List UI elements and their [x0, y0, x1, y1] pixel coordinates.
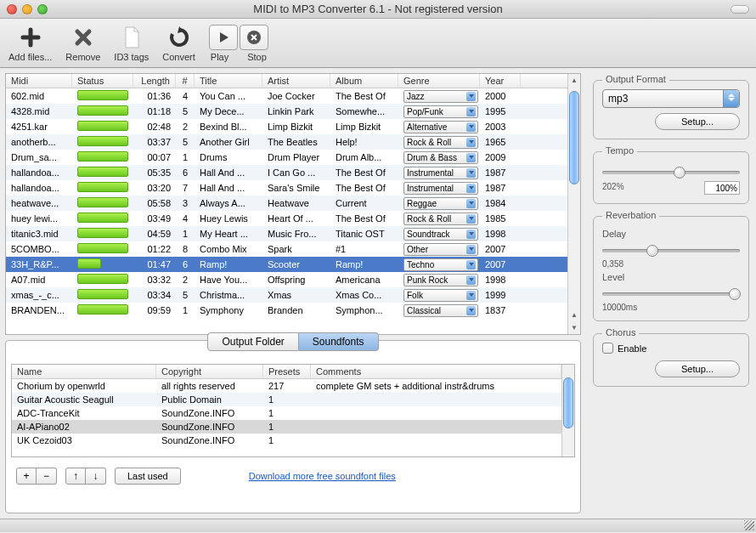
- vertical-scrollbar[interactable]: ▲ ▲ ▼: [567, 74, 580, 334]
- delay-slider[interactable]: [602, 244, 740, 258]
- tab-soundfonts[interactable]: Soundfonts: [299, 332, 379, 351]
- genre-select[interactable]: Rock & Roll: [403, 213, 478, 225]
- resize-handle[interactable]: [744, 520, 754, 530]
- tab-output-folder[interactable]: Output Folder: [207, 332, 298, 351]
- table-row[interactable]: xmas_-_c...03:345Christma...XmasXmas Co.…: [6, 287, 567, 303]
- stop-button[interactable]: [240, 25, 268, 50]
- sf-col-comments[interactable]: Comments: [311, 365, 561, 378]
- genre-select[interactable]: Folk: [403, 289, 478, 302]
- toolbar: Add files... Remove ID3 tags Convert Pla…: [0, 19, 756, 68]
- table-row[interactable]: hallandoa...05:356Hall And ...I Can Go .…: [6, 165, 567, 180]
- remove-button[interactable]: Remove: [65, 25, 100, 62]
- col-midi[interactable]: Midi: [6, 74, 72, 88]
- col-num[interactable]: #: [176, 74, 195, 88]
- sf-col-copyright[interactable]: Copyright: [156, 365, 263, 378]
- col-artist[interactable]: Artist: [262, 74, 330, 88]
- titlebar: MIDI to MP3 Converter 6.1 - Not register…: [0, 0, 756, 19]
- output-setup-button[interactable]: Setup...: [655, 113, 740, 130]
- play-button[interactable]: [209, 25, 238, 50]
- genre-select[interactable]: Classical: [403, 304, 478, 317]
- table-row[interactable]: anotherb...03:375Another GirlThe Beatles…: [6, 134, 567, 150]
- genre-select[interactable]: Techno: [403, 258, 478, 271]
- scroll-thumb[interactable]: [563, 377, 573, 428]
- sf-col-presets[interactable]: Presets: [263, 365, 311, 378]
- play-stop-group: PlayStop: [209, 25, 268, 62]
- genre-select[interactable]: Drum & Bass: [403, 151, 478, 164]
- scroll-thumb[interactable]: [569, 91, 579, 184]
- close-button[interactable]: [7, 4, 17, 14]
- genre-select[interactable]: Alternative: [403, 121, 478, 133]
- table-row[interactable]: 602.mid01:364You Can ...Joe CockerThe Be…: [6, 88, 567, 104]
- output-format-label: Output Format: [602, 74, 669, 84]
- soundfont-row[interactable]: Guitar Acoustic SeagullPublic Domain1: [12, 393, 561, 406]
- output-format-select[interactable]: mp3: [602, 89, 740, 108]
- sf-add-button[interactable]: +: [16, 468, 37, 485]
- soundfonts-body[interactable]: Chorium by openwrldall rights reserved21…: [12, 379, 561, 447]
- genre-select[interactable]: Pop/Funk: [403, 105, 478, 118]
- soundfont-row[interactable]: Chorium by openwrldall rights reserved21…: [12, 379, 561, 393]
- table-row[interactable]: huey lewi...03:494Huey LewisHeart Of ...…: [6, 211, 567, 226]
- last-used-button[interactable]: Last used: [115, 468, 181, 485]
- scroll-up2-icon[interactable]: ▲: [568, 309, 580, 321]
- genre-select[interactable]: Instrumental: [403, 167, 478, 179]
- level-slider[interactable]: [602, 287, 740, 301]
- soundfont-row[interactable]: ADC-TranceKitSoundZone.INFO1: [12, 406, 561, 420]
- col-year[interactable]: Year: [480, 74, 521, 88]
- table-row[interactable]: A07.mid03:322Have You...OffspringAmerica…: [6, 272, 567, 287]
- toolbar-toggle-button[interactable]: [731, 5, 749, 14]
- sf-scrollbar[interactable]: [561, 365, 574, 456]
- genre-select[interactable]: Rock & Roll: [403, 136, 478, 149]
- tempo-value: 202%: [602, 182, 624, 191]
- sf-col-name[interactable]: Name: [12, 365, 156, 378]
- tempo-slider[interactable]: [602, 166, 740, 179]
- document-icon: [119, 25, 144, 50]
- add-files-button[interactable]: Add files...: [8, 25, 52, 62]
- soundfont-row[interactable]: AI-APiano02SoundZone.INFO1: [12, 420, 561, 434]
- x-icon: [71, 25, 96, 50]
- genre-select[interactable]: Soundtrack: [403, 228, 478, 241]
- tempo-group: Tempo 202%: [593, 151, 749, 204]
- table-row[interactable]: 5COMBO...01:228Combo MixSpark#1Other2007: [6, 241, 567, 257]
- chorus-enable-checkbox[interactable]: Enable: [602, 343, 740, 354]
- soundfont-row[interactable]: UK Cezoid03SoundZone.INFO1: [12, 434, 561, 447]
- table-row[interactable]: BRANDEN...09:591SymphonyBrandenSymphon..…: [6, 303, 567, 318]
- zoom-button[interactable]: [37, 4, 48, 14]
- sf-move-down-button[interactable]: ↓: [86, 468, 106, 485]
- table-header: Midi Status Length # Title Artist Album …: [6, 74, 567, 88]
- col-album[interactable]: Album: [330, 74, 398, 88]
- chorus-group: Chorus Enable Setup...: [593, 333, 749, 387]
- table-row[interactable]: Drum_sa...00:071DrumsDrum PlayerDrum Alb…: [6, 150, 567, 165]
- genre-select[interactable]: Jazz: [403, 90, 478, 103]
- convert-button[interactable]: Convert: [162, 25, 195, 62]
- col-genre[interactable]: Genre: [398, 74, 480, 88]
- table-row[interactable]: hallandoa...03:207Hall And ...Sara's Smi…: [6, 180, 567, 196]
- genre-select[interactable]: Instrumental: [403, 182, 478, 195]
- table-row[interactable]: heatwave...05:583Always A...HeatwaveCurr…: [6, 196, 567, 211]
- output-format-group: Output Format mp3 Setup...: [593, 80, 749, 139]
- chorus-setup-button[interactable]: Setup...: [655, 360, 740, 377]
- tempo-default-input[interactable]: [704, 181, 740, 195]
- genre-select[interactable]: Other: [403, 243, 478, 256]
- chorus-label: Chorus: [602, 327, 639, 337]
- download-soundfonts-link[interactable]: Download more free soundfont files: [249, 471, 396, 481]
- table-row[interactable]: titanic3.mid04:591My Heart ...Music Fro.…: [6, 226, 567, 241]
- col-title[interactable]: Title: [195, 74, 262, 88]
- table-row[interactable]: 4328.mid01:185My Dece...Linkin ParkSomew…: [6, 104, 567, 119]
- scroll-up-icon[interactable]: ▲: [568, 74, 580, 87]
- table-body[interactable]: 602.mid01:364You Can ...Joe CockerThe Be…: [6, 88, 567, 334]
- table-row[interactable]: 4251.kar02:482Bexind Bl...Limp BizkitLim…: [6, 119, 567, 134]
- play-icon: [217, 31, 229, 43]
- midi-files-table: Midi Status Length # Title Artist Album …: [5, 73, 581, 335]
- id3-tags-button[interactable]: ID3 tags: [114, 25, 149, 62]
- refresh-icon: [166, 25, 192, 50]
- sf-remove-button[interactable]: −: [37, 468, 57, 485]
- sf-move-up-button[interactable]: ↑: [65, 468, 86, 485]
- col-length[interactable]: Length: [133, 74, 176, 88]
- scroll-down-icon[interactable]: ▼: [568, 321, 580, 334]
- genre-select[interactable]: Punk Rock: [403, 274, 478, 286]
- genre-select[interactable]: Reggae: [403, 197, 478, 210]
- table-row[interactable]: 33H_R&P...01:476Ramp!ScooterRamp!Techno2…: [6, 257, 567, 272]
- col-status[interactable]: Status: [72, 74, 133, 88]
- window-title: MIDI to MP3 Converter 6.1 - Not register…: [0, 3, 756, 15]
- minimize-button[interactable]: [22, 4, 32, 14]
